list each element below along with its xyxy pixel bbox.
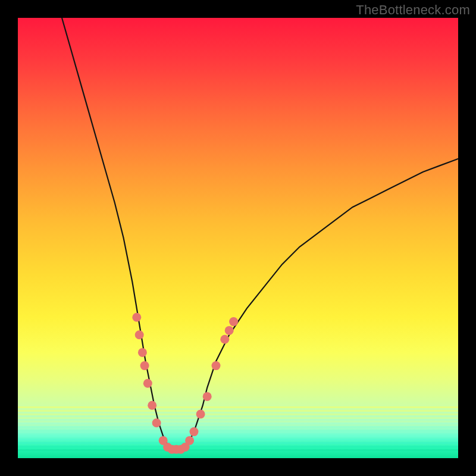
curve-marker (196, 410, 205, 419)
curve-marker (140, 361, 149, 370)
curve-marker (203, 392, 212, 401)
curve-marker (148, 401, 156, 410)
curve-marker (135, 330, 144, 339)
chart-svg (18, 18, 458, 458)
curve-marker (220, 335, 229, 344)
chart-frame: TheBottleneck.com (0, 0, 476, 476)
curve-marker (212, 361, 221, 370)
curve-marker (132, 313, 141, 322)
curve-marker (143, 379, 152, 388)
curve-marker (152, 418, 161, 427)
curve-marker (229, 317, 238, 326)
curve-marker (225, 326, 234, 335)
plot-area (18, 18, 458, 458)
bottleneck-curve (62, 18, 458, 449)
curve-marker (185, 436, 194, 445)
curve-marker (190, 427, 199, 436)
curve-marker (138, 348, 147, 357)
curve-markers-group (132, 313, 238, 454)
watermark-text: TheBottleneck.com (356, 2, 470, 18)
